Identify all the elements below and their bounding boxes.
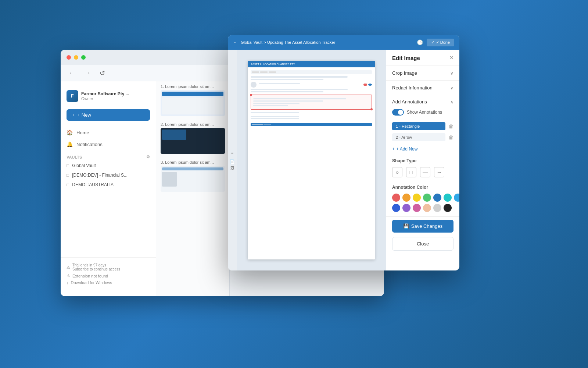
nav-item-notifications[interactable]: 🔔 Notifications	[61, 138, 156, 150]
close-icon[interactable]: ×	[449, 54, 453, 62]
color-gray[interactable]	[433, 204, 441, 212]
redact-label: Redact Information	[392, 85, 433, 91]
new-button[interactable]: + + New	[67, 109, 150, 121]
history-icon[interactable]: 🕐	[417, 39, 423, 45]
redact-row[interactable]: Redact Information ∨	[386, 81, 459, 95]
shape-circle-button[interactable]: ○	[392, 167, 402, 177]
annotations-header: Add Annotations ∧	[386, 95, 459, 107]
nav-notifications-label: Notifications	[76, 142, 103, 147]
nav-item-home[interactable]: 🏠 Home	[61, 127, 156, 138]
download-icon: ↓	[67, 280, 69, 285]
shape-line-button[interactable]: —	[420, 167, 430, 177]
fw-left-sidebar: ≡ 📄 🖼	[228, 50, 237, 270]
settings-icon[interactable]: ⚙	[146, 155, 150, 159]
annotation-arrow-button[interactable]: 2 - Arrow	[392, 133, 445, 141]
image-icon[interactable]: 🖼	[230, 166, 234, 170]
plus-icon: +	[72, 112, 75, 118]
annotation-items: 1 - Rectangle 🗑 2 - Arrow 🗑	[386, 119, 459, 144]
color-orange[interactable]	[402, 194, 410, 202]
fw-breadcrumb: Global Vault > Updating The Asset Alloca…	[241, 40, 413, 45]
color-dark-blue[interactable]	[392, 204, 400, 212]
color-green[interactable]	[423, 194, 431, 202]
crop-image-row[interactable]: Crop Image ∨	[386, 66, 459, 80]
annotations-section: Add Annotations ∧ Show Annotations 1 - R…	[386, 95, 459, 217]
delete-annotation-icon[interactable]: 🗑	[448, 134, 453, 140]
crop-image-label: Crop Image	[392, 70, 417, 76]
chevron-down-icon: ∨	[450, 71, 453, 76]
close-button[interactable]: Close	[392, 237, 453, 251]
annotations-header-label: Add Annotations	[392, 99, 427, 105]
vault-label: Global Vault	[72, 163, 96, 168]
color-pink[interactable]	[413, 204, 421, 212]
vault-label: [DEMO:DEV] - Financial S...	[72, 173, 128, 178]
org-avatar: F	[67, 90, 78, 102]
document-icon[interactable]: 📄	[230, 159, 235, 164]
traffic-light-red[interactable]	[67, 55, 71, 60]
done-label: ✓ Done	[436, 40, 450, 45]
color-picker	[386, 192, 459, 216]
toggle-knob	[398, 110, 403, 115]
chevron-down-icon: ∨	[450, 85, 453, 91]
color-yellow[interactable]	[413, 194, 421, 202]
show-annotations-row: Show Annotations	[386, 107, 459, 119]
list-item-text: 2. Lorem ipsum dolor sit am...	[161, 122, 225, 127]
sidebar-collapse-icon[interactable]: ≡	[231, 151, 233, 155]
show-annotations-toggle[interactable]	[392, 109, 404, 116]
fw-document-preview: ASSET ALLOCATION CHANGES PTY	[248, 61, 374, 259]
color-peach[interactable]	[423, 204, 431, 212]
traffic-light-yellow[interactable]	[74, 55, 78, 60]
list-item-thumbnail	[161, 166, 225, 192]
sidebar: F Farmor Software Pty ... Owner + + New …	[61, 81, 156, 296]
back-button[interactable]: ←	[67, 68, 78, 78]
fw-titlebar: ← Global Vault > Updating The Asset Allo…	[228, 35, 459, 50]
shape-rectangle-button[interactable]: □	[406, 167, 416, 177]
annotation-item-rectangle: 1 - Rectangle 🗑	[392, 121, 453, 132]
org-role: Owner	[81, 96, 150, 101]
org-info: F Farmor Software Pty ... Owner	[61, 87, 156, 108]
shape-arrow-button[interactable]: →	[434, 167, 444, 177]
done-button[interactable]: ✓ ✓ Done	[427, 39, 454, 46]
vault-icon: □	[67, 182, 69, 187]
traffic-light-green[interactable]	[81, 55, 86, 60]
forward-button[interactable]: →	[82, 68, 93, 78]
shape-type-label: Shape Type	[386, 155, 459, 166]
color-black[interactable]	[444, 204, 452, 212]
vault-item-demo-aus[interactable]: □ DEMO: :AUSTRALIA	[61, 180, 156, 190]
new-button-label: + New	[78, 112, 91, 118]
check-icon: ✓	[431, 40, 434, 45]
annotation-item-arrow: 2 - Arrow 🗑	[392, 132, 453, 143]
delete-annotation-icon[interactable]: 🗑	[448, 123, 453, 129]
warning-icon: ⚠	[67, 273, 70, 278]
home-icon: 🏠	[67, 130, 73, 135]
color-teal[interactable]	[444, 194, 452, 202]
vault-icon: □	[67, 173, 69, 178]
list-item-thumbnail	[161, 90, 225, 116]
list-item[interactable]: 2. Lorem ipsum dolor sit am...	[156, 119, 229, 157]
sidebar-footer: ⚠ Trial ends in 97 daysSubscribe to cont…	[61, 257, 156, 290]
color-light-blue[interactable]	[454, 194, 459, 202]
refresh-button[interactable]: ↺	[97, 68, 107, 79]
download-notice[interactable]: ↓ Download for Windows	[67, 279, 150, 286]
save-changes-label: Save Changes	[411, 223, 442, 229]
list-item[interactable]: 1. Lorem ipsum dolor sit am...	[156, 81, 229, 119]
save-changes-button[interactable]: 💾 Save Changes	[392, 220, 453, 233]
color-purple[interactable]	[402, 204, 410, 212]
color-red[interactable]	[392, 194, 400, 202]
fw-preview-panel: ASSET ALLOCATION CHANGES PTY	[237, 50, 386, 270]
org-name: Farmor Software Pty ...	[81, 91, 150, 96]
annotation-rectangle-button[interactable]: 1 - Rectangle	[392, 122, 445, 130]
extension-notice: ⚠ Extension not found	[67, 272, 150, 279]
vault-item-demo-dev[interactable]: □ [DEMO:DEV] - Financial S...	[61, 170, 156, 180]
shape-type-selector: ○ □ — →	[386, 166, 459, 182]
warning-icon: ⚠	[67, 265, 70, 270]
list-item[interactable]: 3. Lorem ipsum dolor sit am...	[156, 157, 229, 195]
front-window: ← Global Vault > Updating The Asset Allo…	[228, 35, 459, 270]
crop-image-section: Crop Image ∨	[386, 66, 459, 81]
vault-item-global[interactable]: □ Global Vault	[61, 161, 156, 170]
color-blue[interactable]	[433, 194, 441, 202]
add-new-annotation[interactable]: + + Add New	[386, 144, 459, 155]
trial-notice: ⚠ Trial ends in 97 daysSubscribe to cont…	[67, 262, 150, 272]
vault-icon: □	[67, 163, 69, 168]
fw-preview-image: ASSET ALLOCATION CHANGES PTY	[237, 50, 386, 270]
panel-title: Edit Image	[392, 55, 420, 61]
